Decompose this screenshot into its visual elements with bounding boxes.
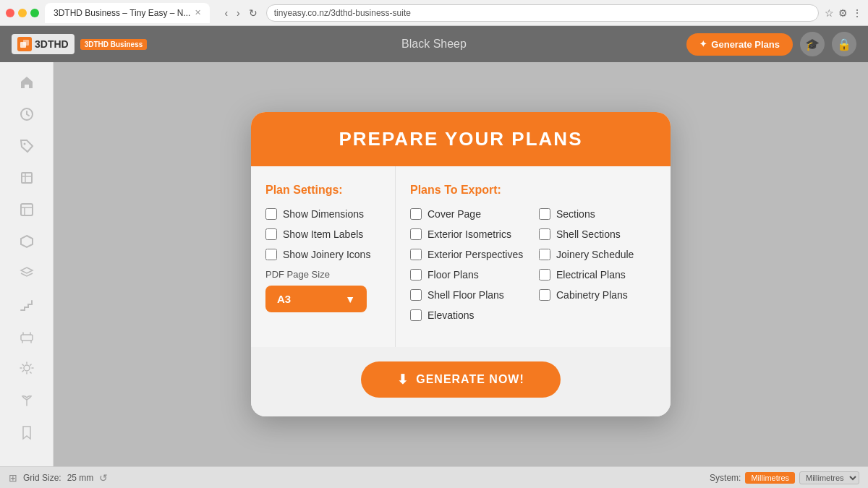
logo-text: 3DTHD xyxy=(35,38,69,50)
joinery-schedule-row: Joinery Schedule xyxy=(539,249,656,260)
modal-footer: ⬇ GENERATE NOW! xyxy=(251,347,671,416)
sidebar-item-light[interactable] xyxy=(10,354,43,383)
shell-sections-label: Shell Sections xyxy=(556,228,621,240)
header-right: Generate Plans 🎓 🔒 xyxy=(686,32,856,56)
sidebar-item-stairs[interactable] xyxy=(10,291,43,320)
browser-chrome: 3DTHD Business – Tiny Easy – N... ✕ ‹ › … xyxy=(0,0,868,26)
sidebar-item-tag[interactable] xyxy=(10,132,43,160)
sections-label: Sections xyxy=(556,208,595,220)
exterior-isometrics-label: Exterior Isometrics xyxy=(427,228,511,240)
shell-floor-plans-label: Shell Floor Plans xyxy=(427,289,504,301)
elevations-row: Elevations xyxy=(410,309,527,321)
plans-col-right: Sections Shell Sections Joinery Schedule xyxy=(539,208,656,330)
sidebar-item-home[interactable] xyxy=(10,68,43,97)
cover-page-label: Cover Page xyxy=(427,208,481,220)
address-bar[interactable]: tinyeasy.co.nz/3dthd-business-suite xyxy=(266,4,819,22)
download-icon: ⬇ xyxy=(397,372,409,388)
logo-3dthd: 3DTHD xyxy=(12,34,75,54)
cabinetry-plans-checkbox[interactable] xyxy=(539,289,550,301)
forward-button[interactable]: › xyxy=(234,6,243,20)
reload-button[interactable]: ↻ xyxy=(246,6,260,20)
sections-checkbox[interactable] xyxy=(539,208,550,220)
sidebar-item-layers[interactable] xyxy=(10,259,43,288)
floor-plans-checkbox[interactable] xyxy=(410,269,422,281)
sidebar-item-building[interactable] xyxy=(10,163,43,192)
tab-close-icon[interactable]: ✕ xyxy=(195,8,201,17)
joinery-schedule-checkbox[interactable] xyxy=(539,249,550,260)
sidebar-item-bookmark[interactable] xyxy=(10,418,43,447)
exterior-perspectives-checkbox[interactable] xyxy=(410,249,422,260)
logo-cube-icon xyxy=(17,37,32,51)
back-button[interactable]: ‹ xyxy=(221,6,231,20)
main-content: PREPARE YOUR PLANS Plan Settings: Show D… xyxy=(54,62,868,466)
show-joinery-icons-checkbox[interactable] xyxy=(265,249,277,260)
shell-sections-row: Shell Sections xyxy=(539,228,656,240)
pdf-size-value: A3 xyxy=(277,293,291,305)
exterior-isometrics-checkbox[interactable] xyxy=(410,228,422,240)
system-right: System: Millimetres Millimetres Inches xyxy=(710,471,859,484)
svg-rect-1 xyxy=(23,40,29,46)
extensions-icon[interactable]: ⚙ xyxy=(838,7,848,19)
plans-to-export-section: Plans To Export: Cover Page Exterior Iso… xyxy=(396,166,671,347)
close-dot[interactable] xyxy=(6,9,14,17)
show-dimensions-label: Show Dimensions xyxy=(283,208,364,220)
joinery-schedule-label: Joinery Schedule xyxy=(556,249,634,260)
svg-point-7 xyxy=(24,365,30,371)
menu-icon[interactable]: ⋮ xyxy=(852,7,862,19)
shell-floor-plans-checkbox[interactable] xyxy=(410,289,422,301)
shell-floor-plans-row: Shell Floor Plans xyxy=(410,289,527,301)
elevations-label: Elevations xyxy=(427,309,475,321)
sidebar-item-box[interactable] xyxy=(10,227,43,256)
modal-overlay: PREPARE YOUR PLANS Plan Settings: Show D… xyxy=(54,62,868,466)
show-item-labels-row: Show Item Labels xyxy=(265,228,380,240)
tab-title: 3DTHD Business – Tiny Easy – N... xyxy=(54,8,190,18)
pdf-page-size-label: PDF Page Size xyxy=(265,269,380,280)
cabinetry-plans-row: Cabinetry Plans xyxy=(539,289,656,301)
generate-plans-button[interactable]: Generate Plans xyxy=(686,33,793,56)
unit-dropdown[interactable]: Millimetres Inches xyxy=(799,471,859,484)
pdf-size-dropdown[interactable]: A3 ▼ xyxy=(265,286,367,312)
sidebar-item-history[interactable] xyxy=(10,100,43,129)
generate-now-label: GENERATE NOW! xyxy=(416,373,524,386)
grid-size-label: Grid Size: xyxy=(23,473,61,483)
exterior-isometrics-row: Exterior Isometrics xyxy=(410,228,527,240)
app-header: 3DTHD 3DTHD Business Black Sheep Generat… xyxy=(0,26,868,62)
window-controls xyxy=(6,9,39,17)
cover-page-row: Cover Page xyxy=(410,208,527,220)
electrical-plans-checkbox[interactable] xyxy=(539,269,550,281)
svg-point-3 xyxy=(23,143,25,145)
sidebar-item-furniture[interactable] xyxy=(10,322,43,351)
address-text: tinyeasy.co.nz/3dthd-business-suite xyxy=(274,8,411,18)
browser-nav: ‹ › ↻ xyxy=(221,6,260,20)
dropdown-arrow-icon: ▼ xyxy=(345,294,355,305)
maximize-dot[interactable] xyxy=(30,9,39,17)
modal-title: PREPARE YOUR PLANS xyxy=(273,128,649,150)
generate-now-button[interactable]: ⬇ GENERATE NOW! xyxy=(361,361,561,398)
electrical-plans-row: Electrical Plans xyxy=(539,269,656,281)
bookmark-icon[interactable]: ☆ xyxy=(825,7,834,19)
sidebar-item-plant[interactable] xyxy=(10,386,43,415)
elevations-checkbox[interactable] xyxy=(410,309,422,321)
cover-page-checkbox[interactable] xyxy=(410,208,422,220)
shell-sections-checkbox[interactable] xyxy=(539,228,550,240)
sidebar xyxy=(0,62,54,466)
grid-size-value: 25 mm xyxy=(67,473,94,483)
plans-columns: Cover Page Exterior Isometrics Exterior … xyxy=(410,208,656,330)
show-item-labels-checkbox[interactable] xyxy=(265,228,277,240)
account-button[interactable]: 🔒 xyxy=(832,32,856,56)
plans-to-export-title: Plans To Export: xyxy=(410,184,656,197)
floor-plans-row: Floor Plans xyxy=(410,269,527,281)
show-joinery-icons-row: Show Joinery Icons xyxy=(265,249,380,260)
education-button[interactable]: 🎓 xyxy=(800,32,825,56)
reset-grid-button[interactable]: ↺ xyxy=(99,472,108,484)
show-dimensions-checkbox[interactable] xyxy=(265,208,277,220)
browser-tab[interactable]: 3DTHD Business – Tiny Easy – N... ✕ xyxy=(45,3,210,23)
system-label: System: xyxy=(710,473,741,483)
prepare-plans-modal: PREPARE YOUR PLANS Plan Settings: Show D… xyxy=(251,112,671,416)
minimize-dot[interactable] xyxy=(18,9,27,17)
modal-body: Plan Settings: Show Dimensions Show Item… xyxy=(251,166,671,347)
bottom-bar: ⊞ Grid Size: 25 mm ↺ System: Millimetres… xyxy=(0,466,868,488)
sidebar-item-window[interactable] xyxy=(10,195,43,224)
show-joinery-icons-label: Show Joinery Icons xyxy=(283,249,370,260)
modal-header: PREPARE YOUR PLANS xyxy=(251,112,671,166)
